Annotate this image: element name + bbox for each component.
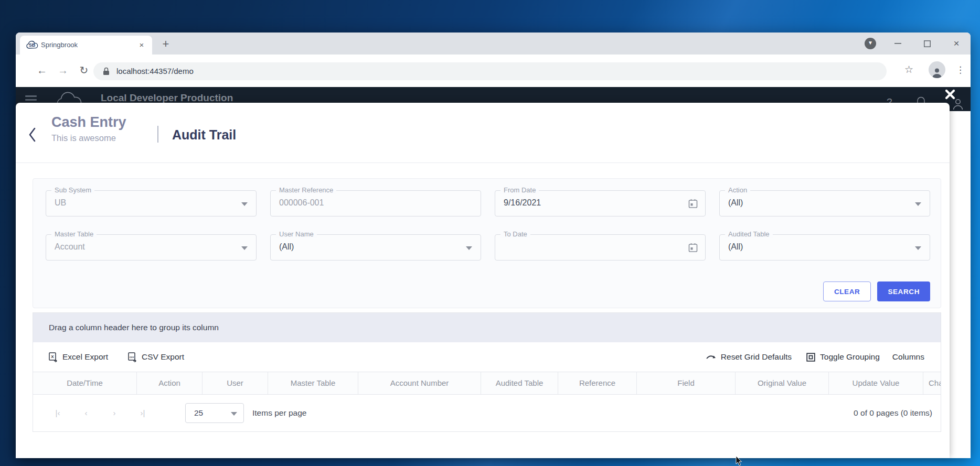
toggle-grouping-button[interactable]: Toggle Grouping bbox=[806, 352, 880, 362]
excel-export-label: Excel Export bbox=[62, 352, 108, 362]
audit-trail-modal: Cash Entry This is awesome Audit Trail S… bbox=[16, 103, 950, 458]
window-minimize-button[interactable] bbox=[891, 37, 904, 50]
back-chevron-icon[interactable] bbox=[28, 127, 36, 145]
column-header-account-number[interactable]: Account Number bbox=[358, 372, 481, 394]
browser-menu-icon[interactable]: ⋮ bbox=[956, 62, 965, 78]
filter-label: Master Reference bbox=[276, 186, 336, 194]
filter-label: Master Table bbox=[51, 230, 97, 238]
grid-toolbar: X Excel Export csv CSV Export bbox=[33, 342, 941, 372]
columns-menu-button[interactable]: Columns bbox=[892, 352, 933, 362]
filter-label: Sub System bbox=[51, 186, 94, 194]
excel-file-icon: X bbox=[49, 352, 58, 362]
toggle-grouping-label: Toggle Grouping bbox=[820, 352, 880, 362]
search-button[interactable]: SEARCH bbox=[877, 281, 930, 301]
reset-grid-defaults-button[interactable]: Reset Grid Defaults bbox=[706, 352, 792, 362]
column-header-changed[interactable]: Cha bbox=[923, 372, 941, 394]
grid-header-row: Date/Time Action User Master Table Accou… bbox=[33, 372, 941, 395]
filter-to-date[interactable]: To Date bbox=[495, 234, 706, 261]
previous-page-icon[interactable]: ‹ bbox=[79, 406, 93, 420]
filter-sub-system[interactable]: Sub System UB bbox=[46, 190, 257, 216]
filter-value: 000006-001 bbox=[279, 198, 324, 208]
filter-value: (All) bbox=[279, 242, 294, 252]
window-close-button[interactable]: × bbox=[950, 37, 963, 50]
filter-user-name[interactable]: User Name (All) bbox=[270, 234, 481, 261]
dropdown-caret-icon bbox=[231, 412, 237, 416]
tab-close-icon[interactable]: × bbox=[136, 40, 147, 50]
csv-export-label: CSV Export bbox=[142, 352, 184, 362]
audit-grid: Drag a column header here to group its c… bbox=[33, 312, 941, 432]
tab-search-icon[interactable]: ▼ bbox=[865, 38, 876, 49]
csv-export-button[interactable]: csv CSV Export bbox=[128, 352, 184, 362]
lock-icon[interactable] bbox=[103, 67, 110, 78]
column-header-update-value[interactable]: Update Value bbox=[829, 372, 923, 394]
filter-value: (All) bbox=[728, 242, 743, 252]
calendar-icon[interactable] bbox=[688, 199, 698, 211]
columns-label: Columns bbox=[892, 352, 924, 362]
title-divider bbox=[157, 126, 158, 143]
last-page-icon[interactable]: ›| bbox=[136, 406, 150, 420]
filter-from-date[interactable]: From Date 9/16/2021 bbox=[495, 190, 706, 216]
url-text: localhost:44357/demo bbox=[116, 67, 194, 75]
new-tab-button[interactable]: + bbox=[158, 37, 173, 52]
column-header-original-value[interactable]: Original Value bbox=[736, 372, 829, 394]
page-title: Cash Entry bbox=[51, 114, 126, 131]
column-header-reference[interactable]: Reference bbox=[558, 372, 637, 394]
filter-value: (All) bbox=[728, 198, 743, 208]
reset-arrow-icon bbox=[706, 353, 716, 361]
csv-file-icon: csv bbox=[128, 352, 137, 362]
bookmark-star-icon[interactable]: ☆ bbox=[904, 63, 913, 75]
browser-tab[interactable]: SB Springbrook × bbox=[20, 36, 152, 55]
modal-close-icon[interactable] bbox=[943, 88, 957, 102]
filter-audited-table[interactable]: Audited Table (All) bbox=[719, 234, 930, 261]
first-page-icon[interactable]: |‹ bbox=[51, 406, 65, 420]
svg-text:X: X bbox=[51, 354, 54, 359]
filter-panel: Sub System UB Master Reference 000006-00… bbox=[33, 178, 941, 308]
window-maximize-button[interactable] bbox=[920, 37, 934, 50]
svg-text:csv: csv bbox=[130, 355, 134, 358]
items-per-page-label: Items per page bbox=[252, 408, 306, 418]
page-subtitle: This is awesome bbox=[51, 133, 116, 143]
column-header-user[interactable]: User bbox=[203, 372, 268, 394]
filter-label: To Date bbox=[500, 230, 530, 238]
next-page-icon[interactable]: › bbox=[108, 406, 121, 420]
desktop-background: SB Springbrook × + ▼ × ← → ↻ bbox=[0, 0, 980, 466]
excel-export-button[interactable]: X Excel Export bbox=[49, 352, 108, 362]
column-header-audited-table[interactable]: Audited Table bbox=[481, 372, 558, 394]
reload-icon[interactable]: ↻ bbox=[76, 62, 92, 78]
filter-value: 9/16/2021 bbox=[504, 198, 541, 208]
page-background-strip bbox=[950, 111, 971, 458]
browser-window: SB Springbrook × + ▼ × ← → ↻ bbox=[16, 32, 971, 458]
pager-summary: 0 of 0 pages (0 items) bbox=[854, 408, 941, 418]
filter-label: Action bbox=[725, 186, 750, 194]
address-bar[interactable]: localhost:44357/demo bbox=[93, 62, 887, 80]
clear-button[interactable]: CLEAR bbox=[823, 281, 871, 301]
column-header-field[interactable]: Field bbox=[637, 372, 736, 394]
filter-master-reference[interactable]: Master Reference 000006-001 bbox=[270, 190, 481, 216]
column-header-master-table[interactable]: Master Table bbox=[268, 372, 358, 394]
dropdown-caret-icon bbox=[241, 246, 248, 250]
page-size-select[interactable]: 25 bbox=[185, 403, 244, 423]
column-header-action[interactable]: Action bbox=[137, 372, 203, 394]
filter-label: From Date bbox=[500, 186, 539, 194]
tab-title: Springbrook bbox=[41, 41, 78, 49]
browser-toolbar: ← → ↻ localhost:44357/demo ☆ ⋮ bbox=[16, 55, 971, 87]
filter-value: Account bbox=[55, 242, 85, 252]
grid-pager: |‹ ‹ › ›| 25 Items per page 0 of 0 pages… bbox=[33, 395, 941, 431]
profile-avatar-icon[interactable] bbox=[929, 61, 945, 78]
filter-master-table[interactable]: Master Table Account bbox=[46, 234, 257, 261]
back-icon[interactable]: ← bbox=[34, 62, 50, 78]
page-size-value: 25 bbox=[194, 408, 203, 418]
section-title: Audit Trail bbox=[172, 127, 236, 143]
calendar-icon[interactable] bbox=[688, 243, 698, 255]
header-divider bbox=[16, 162, 950, 163]
dropdown-caret-icon bbox=[241, 202, 248, 206]
svg-text:SB: SB bbox=[29, 42, 36, 48]
filter-action[interactable]: Action (All) bbox=[719, 190, 930, 216]
filter-label: Audited Table bbox=[725, 230, 773, 238]
dropdown-caret-icon bbox=[915, 246, 921, 250]
springbrook-favicon-icon: SB bbox=[26, 40, 38, 51]
forward-icon[interactable]: → bbox=[55, 62, 71, 78]
dropdown-caret-icon bbox=[466, 246, 472, 250]
column-header-date-time[interactable]: Date/Time bbox=[33, 372, 137, 394]
dropdown-caret-icon bbox=[915, 202, 921, 206]
